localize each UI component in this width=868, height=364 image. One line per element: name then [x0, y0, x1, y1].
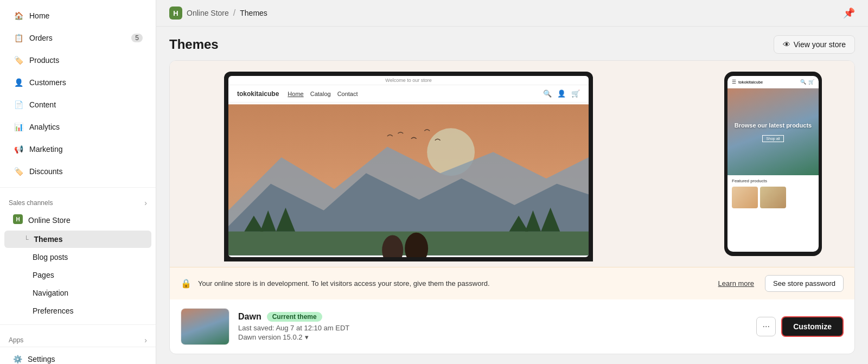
mobile-screen: ☰ tokokitaicube 🔍 🛒 Browse our latest pr…: [727, 76, 819, 252]
sidebar-item-blog-posts[interactable]: Blog posts: [4, 248, 151, 266]
apps-chevron[interactable]: ›: [144, 336, 147, 344]
main-content: H Online Store / Themes 📌 Themes 👁 View …: [156, 0, 868, 364]
theme-info: Dawn Current theme Last saved: Aug 7 at …: [238, 312, 748, 341]
home-icon: 🏠: [13, 10, 24, 21]
alert-message: Your online store is in development. To …: [198, 279, 705, 288]
desktop-hero: [228, 103, 589, 257]
online-store-logo: H: [169, 7, 182, 20]
preview-card: Welcome to our store tokokitaicube Home …: [169, 60, 855, 354]
mobile-mockup: ☰ tokokitaicube 🔍 🛒 Browse our latest pr…: [724, 72, 822, 256]
preview-banner: Welcome to our store tokokitaicube Home …: [170, 61, 854, 267]
topbar-online-store: Online Store: [187, 9, 229, 17]
page-header: Themes 👁 View your store: [156, 27, 868, 60]
sidebar-item-marketing[interactable]: 📢 Marketing: [4, 138, 151, 160]
desktop-screen: Welcome to our store tokokitaicube Home …: [228, 76, 589, 257]
eye-icon: 👁: [783, 40, 790, 49]
content-icon: 📄: [13, 99, 24, 110]
sidebar-item-navigation[interactable]: Navigation: [4, 284, 151, 302]
desktop-brand: tokokitaicube: [237, 90, 279, 98]
online-store-icon: H: [13, 214, 23, 226]
discounts-icon: 🏷️: [13, 166, 24, 177]
topbar: H Online Store / Themes 📌: [156, 0, 868, 27]
sales-channels-chevron[interactable]: ›: [144, 199, 147, 207]
lock-icon: 🔒: [181, 278, 192, 289]
chevron-down-icon: ▾: [305, 333, 309, 341]
sidebar-item-analytics[interactable]: 📊 Analytics: [4, 116, 151, 138]
sales-channels-section: Sales channels ›: [0, 192, 156, 209]
svg-text:H: H: [16, 216, 20, 222]
account-icon: 👤: [557, 90, 566, 98]
mobile-nav: ☰ tokokitaicube 🔍 🛒: [727, 76, 819, 88]
current-theme-row: Dawn Current theme Last saved: Aug 7 at …: [170, 299, 854, 354]
sidebar-item-pages[interactable]: Pages: [4, 266, 151, 284]
customers-icon: 👤: [13, 77, 24, 88]
sidebar-item-themes[interactable]: └ Themes: [4, 231, 151, 248]
search-icon: 🔍: [543, 90, 552, 98]
nav-link-home[interactable]: Home: [288, 91, 303, 97]
sidebar-item-online-store[interactable]: H Online Store: [4, 210, 151, 230]
theme-name: Dawn: [238, 312, 261, 322]
sidebar-item-discounts[interactable]: 🏷️ Discounts: [4, 161, 151, 182]
customize-button[interactable]: Customize: [781, 316, 844, 337]
see-password-button[interactable]: See store password: [765, 275, 844, 292]
sidebar-item-home[interactable]: 🏠 Home: [4, 5, 151, 27]
analytics-icon: 📊: [13, 122, 24, 132]
topbar-current-page: Themes: [240, 9, 267, 17]
cart-icon: 🛒: [571, 90, 580, 98]
theme-more-options-button[interactable]: ···: [756, 317, 776, 336]
orders-badge: 5: [131, 34, 143, 42]
breadcrumb: H Online Store / Themes: [169, 7, 267, 20]
nav-link-contact[interactable]: Contact: [337, 91, 358, 97]
sidebar-item-products[interactable]: 🏷️ Products: [4, 49, 151, 71]
sidebar-item-content[interactable]: 📄 Content: [4, 94, 151, 116]
view-store-button[interactable]: 👁 View your store: [774, 35, 855, 54]
theme-saved-date: Last saved: Aug 7 at 12:10 am EDT: [238, 324, 748, 332]
settings-icon: ⚙️: [13, 355, 22, 363]
marketing-icon: 📢: [13, 144, 24, 155]
alert-banner: 🔒 Your online store is in development. T…: [170, 267, 854, 299]
current-theme-badge: Current theme: [267, 312, 322, 322]
themes-indent-icon: └: [24, 235, 29, 243]
orders-icon: 📋: [13, 33, 24, 43]
desktop-mockup: Welcome to our store tokokitaicube Home …: [224, 72, 593, 261]
theme-thumbnail: [181, 308, 229, 345]
sidebar-item-preferences[interactable]: Preferences: [4, 302, 151, 320]
desktop-nav-icons: 🔍 👤 🛒: [543, 90, 580, 98]
page-title: Themes: [169, 37, 219, 52]
nav-link-catalog[interactable]: Catalog: [310, 91, 331, 97]
theme-version[interactable]: Dawn version 15.0.2 ▾: [238, 333, 748, 341]
desktop-nav-links: Home Catalog Contact: [288, 91, 358, 97]
mobile-products: [727, 187, 819, 208]
sidebar-item-customers[interactable]: 👤 Customers: [4, 72, 151, 93]
apps-section: Apps ›: [0, 329, 156, 347]
welcome-text: Welcome to our store: [228, 76, 589, 85]
theme-actions: ··· Customize: [756, 316, 844, 337]
sidebar-item-settings[interactable]: ⚙️ Settings: [4, 349, 151, 364]
pin-icon[interactable]: 📌: [843, 7, 855, 19]
learn-more-link[interactable]: Learn more: [718, 279, 754, 288]
sidebar-item-orders[interactable]: 📋 Orders 5: [4, 27, 151, 49]
desktop-nav: tokokitaicube Home Catalog Contact 🔍 👤 🛒: [228, 85, 589, 103]
products-icon: 🏷️: [13, 55, 24, 66]
mobile-hero: Browse our latest products Shop all: [727, 88, 819, 175]
mobile-product-1: [732, 187, 758, 208]
sidebar: 🏠 Home 📋 Orders 5 🏷️ Products 👤 Customer…: [0, 0, 156, 364]
mobile-product-2: [760, 187, 786, 208]
